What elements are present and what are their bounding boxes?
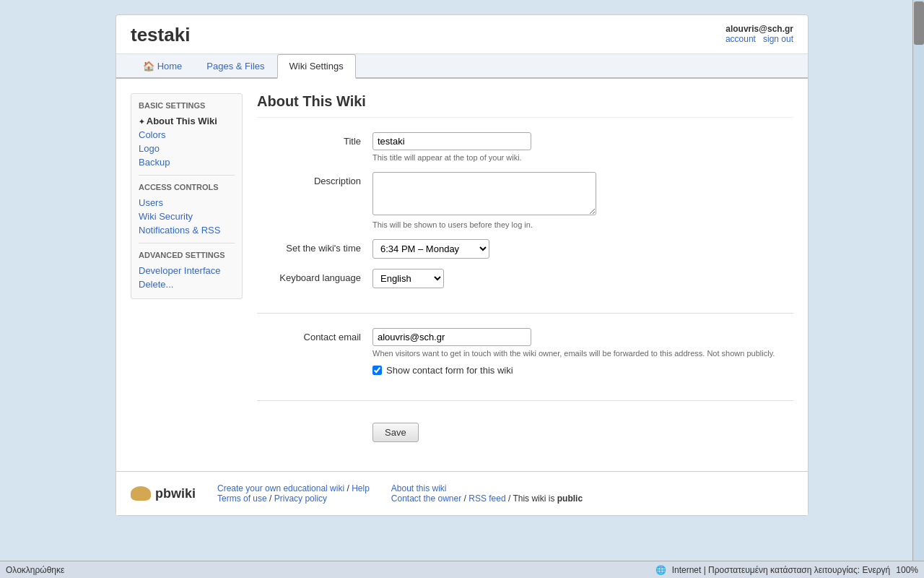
sidebar-divider-2	[139, 243, 235, 243]
tab-home[interactable]: 🏠 Home	[131, 54, 194, 79]
form-section: Title This title will appear at the top …	[257, 132, 793, 314]
keyboard-row: Keyboard language English French German …	[257, 269, 793, 288]
page-title: About This Wiki	[257, 93, 793, 118]
time-field: 6:34 PM – Monday 6:34 AM – Monday 18:34 …	[372, 239, 793, 259]
sidebar-divider-1	[139, 175, 235, 176]
footer: pbwiki Create your own educational wiki …	[116, 471, 808, 515]
sidebar-item-backup[interactable]: Backup	[139, 155, 235, 169]
sidebar-item-logo[interactable]: Logo	[139, 142, 235, 155]
keyboard-field: English French German Spanish	[372, 269, 793, 288]
nav-tabs: 🏠 Home Pages & Files Wiki Settings	[116, 54, 808, 79]
wiki-title: testaki	[131, 24, 190, 53]
title-field: This title will appear at the top of you…	[372, 132, 793, 162]
description-textarea[interactable]	[372, 172, 596, 215]
time-select[interactable]: 6:34 PM – Monday 6:34 AM – Monday 18:34 …	[372, 239, 489, 259]
description-hint: This will be shown to users before they …	[372, 220, 793, 229]
account-link[interactable]: account	[725, 34, 756, 44]
user-email: alouvris@sch.gr	[725, 24, 793, 34]
contact-email-row: Contact email When visitors want to get …	[257, 328, 793, 376]
contact-hint: When visitors want to get in touch with …	[372, 349, 793, 358]
keyboard-select[interactable]: English French German Spanish	[372, 269, 444, 288]
contact-form-checkbox[interactable]	[372, 366, 382, 375]
signout-link[interactable]: sign out	[763, 34, 793, 44]
contact-form-label: Show contact form for this wiki	[386, 365, 513, 376]
title-input[interactable]	[372, 132, 531, 150]
description-row: Description This will be shown to users …	[257, 172, 793, 229]
advanced-settings-title: ADVANCED SETTINGS	[139, 251, 235, 259]
basic-settings-title: BASIC SETTINGS	[139, 101, 235, 110]
title-label: Title	[257, 132, 372, 147]
bread-icon	[131, 486, 151, 501]
sidebar-item-notifications[interactable]: Notifications & RSS	[139, 223, 235, 237]
keyboard-label: Keyboard language	[257, 269, 372, 283]
sidebar-item-developer[interactable]: Developer Interface	[139, 264, 235, 277]
contact-form-checkbox-row: Show contact form for this wiki	[372, 365, 793, 376]
contact-owner-link[interactable]: Contact the owner	[391, 493, 461, 504]
sidebar-item-users[interactable]: Users	[139, 196, 235, 210]
tab-pages-files[interactable]: Pages & Files	[194, 54, 276, 79]
title-hint: This title will appear at the top of you…	[372, 153, 793, 162]
public-label: This wiki is	[513, 493, 554, 504]
contact-email-label: Contact email	[257, 328, 372, 342]
time-label: Set the wiki's time	[257, 239, 372, 254]
terms-link[interactable]: Terms of use	[217, 493, 267, 504]
sidebar-item-colors[interactable]: Colors	[139, 128, 235, 142]
scrollbar-thumb[interactable]	[914, 1, 924, 45]
privacy-link[interactable]: Privacy policy	[274, 493, 327, 504]
description-field: This will be shown to users before they …	[372, 172, 793, 229]
scrollbar-track[interactable]	[912, 0, 924, 530]
create-wiki-link[interactable]: Create your own educational wiki	[217, 483, 344, 493]
help-link[interactable]: Help	[352, 483, 370, 493]
home-icon: 🏠	[143, 61, 154, 72]
time-row: Set the wiki's time 6:34 PM – Monday 6:3…	[257, 239, 793, 259]
sidebar: BASIC SETTINGS About This Wiki Colors Lo…	[131, 93, 243, 299]
rss-feed-link[interactable]: RSS feed	[468, 493, 505, 504]
footer-about: About this wiki Contact the owner / RSS …	[391, 483, 583, 504]
page-header: testaki alouvris@sch.gr account sign out	[116, 15, 808, 54]
description-label: Description	[257, 172, 372, 186]
main-content: About This Wiki Title This title will ap…	[257, 93, 793, 442]
sidebar-item-wiki-security[interactable]: Wiki Security	[139, 210, 235, 223]
about-wiki-link[interactable]: About this wiki	[391, 483, 447, 493]
contact-section: Contact email When visitors want to get …	[257, 328, 793, 401]
title-row: Title This title will appear at the top …	[257, 132, 793, 162]
public-status: public	[557, 493, 583, 504]
pbwiki-text: pbwiki	[155, 486, 196, 501]
access-controls-title: ACCESS CONTROLS	[139, 183, 235, 191]
footer-links: Create your own educational wiki / Help …	[217, 483, 370, 504]
save-button[interactable]: Save	[372, 423, 419, 442]
tab-wiki-settings[interactable]: Wiki Settings	[277, 54, 356, 79]
content-area: BASIC SETTINGS About This Wiki Colors Lo…	[116, 79, 808, 457]
pbwiki-logo: pbwiki	[131, 486, 196, 501]
sidebar-item-delete[interactable]: Delete...	[139, 277, 235, 291]
contact-email-field: When visitors want to get in touch with …	[372, 328, 793, 376]
sidebar-item-about[interactable]: About This Wiki	[139, 114, 235, 128]
user-info: alouvris@sch.gr account sign out	[725, 24, 793, 44]
contact-email-input[interactable]	[372, 328, 531, 346]
